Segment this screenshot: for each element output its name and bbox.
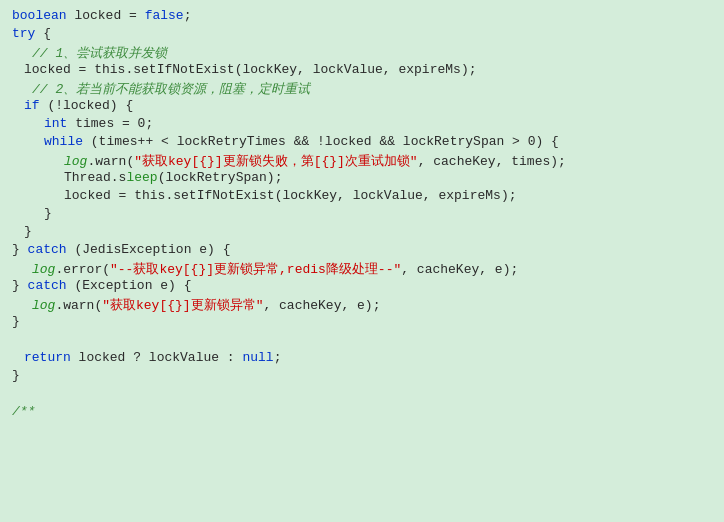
code-line-19	[0, 332, 724, 350]
code-line-10: Thread.sleep(lockRetrySpan);	[0, 170, 724, 188]
code-line-6: if (!locked) {	[0, 98, 724, 116]
code-line-5: // 2、若当前不能获取锁资源，阻塞，定时重试	[0, 80, 724, 98]
code-line-11: locked = this.setIfNotExist(lockKey, loc…	[0, 188, 724, 206]
code-line-12: }	[0, 206, 724, 224]
code-line-17: log.warn("获取key[{}]更新锁异常", cacheKey, e);	[0, 296, 724, 314]
code-line-4: locked = this.setIfNotExist(lockKey, loc…	[0, 62, 724, 80]
code-line-2: try {	[0, 26, 724, 44]
code-line-7: int times = 0;	[0, 116, 724, 134]
code-line-3: // 1、尝试获取并发锁	[0, 44, 724, 62]
code-line-15: log.error("--获取key[{}]更新锁异常,redis降级处理--"…	[0, 260, 724, 278]
code-line-23: /**	[0, 404, 724, 422]
code-editor: boolean locked = false; try { // 1、尝试获取并…	[0, 0, 724, 522]
code-line-8: while (times++ < lockRetryTimes && !lock…	[0, 134, 724, 152]
code-line-9: log.warn("获取key[{}]更新锁失败，第[{}]次重试加锁", ca…	[0, 152, 724, 170]
code-line-20: return locked ? lockValue : null;	[0, 350, 724, 368]
code-line-18: }	[0, 314, 724, 332]
code-line-14: } catch (JedisException e) {	[0, 242, 724, 260]
code-line-1: boolean locked = false;	[0, 8, 724, 26]
code-line-22	[0, 386, 724, 404]
code-line-16: } catch (Exception e) {	[0, 278, 724, 296]
code-line-21: }	[0, 368, 724, 386]
code-line-13: }	[0, 224, 724, 242]
